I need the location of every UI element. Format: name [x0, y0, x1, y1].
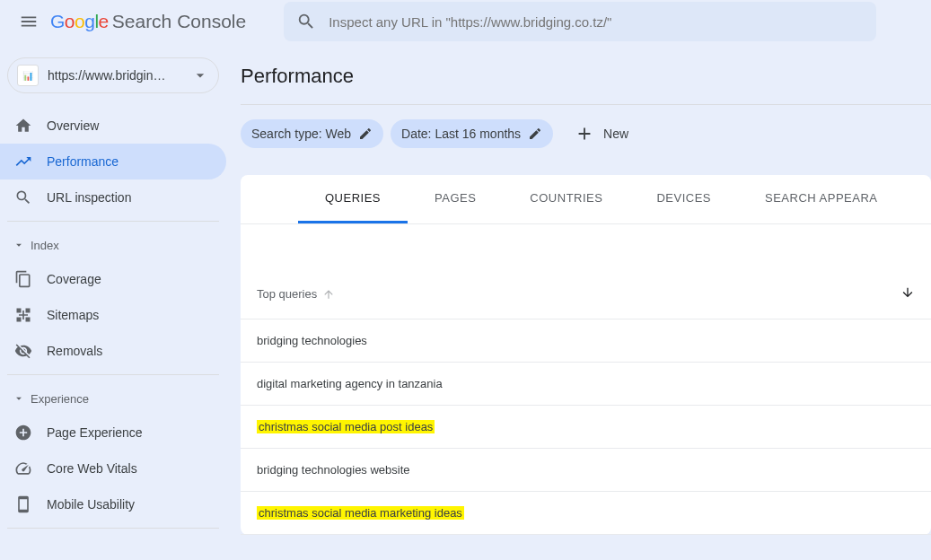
- main-content: Performance Search type: Web Date: Last …: [233, 43, 931, 535]
- nav-label: Core Web Vitals: [47, 461, 137, 476]
- chevron-down-icon: [191, 66, 209, 84]
- search-icon: [296, 12, 316, 31]
- nav-overview[interactable]: Overview: [0, 108, 226, 144]
- triangle-down-icon: [13, 239, 25, 251]
- nav-label: Performance: [47, 154, 119, 169]
- tab-pages[interactable]: PAGES: [408, 175, 503, 223]
- query-text: bridging technologies website: [257, 463, 410, 477]
- chip-label: Date: Last 16 months: [401, 127, 521, 141]
- nav-performance[interactable]: Performance: [0, 144, 226, 179]
- table-row[interactable]: christmas social media marketing ideas: [241, 492, 931, 535]
- tab-bar: QUERIES PAGES COUNTRIES DEVICES SEARCH A…: [241, 175, 931, 224]
- property-url: https://www.bridgin…: [48, 68, 191, 83]
- nav-label: Overview: [47, 118, 99, 133]
- query-text: bridging technologies: [257, 334, 367, 347]
- tab-countries[interactable]: COUNTRIES: [503, 175, 629, 223]
- table-row[interactable]: bridging technologies: [241, 319, 931, 363]
- home-icon: [14, 117, 32, 135]
- nav-label: Coverage: [47, 272, 101, 286]
- google-logo: Google: [50, 11, 109, 32]
- arrow-up-icon: [322, 288, 335, 301]
- menu-button[interactable]: [7, 0, 50, 43]
- nav-sitemaps[interactable]: Sitemaps: [0, 297, 226, 333]
- trend-icon: [14, 153, 32, 171]
- phone-icon: [14, 495, 32, 513]
- edit-icon: [358, 127, 373, 141]
- filter-date[interactable]: Date: Last 16 months: [391, 119, 553, 148]
- section-index[interactable]: Index: [0, 229, 226, 261]
- circle-plus-icon: [14, 424, 32, 442]
- nav-removals[interactable]: Removals: [0, 333, 226, 369]
- edit-icon: [528, 127, 542, 141]
- nav-label: Sitemaps: [47, 308, 99, 322]
- nav-mobile-usability[interactable]: Mobile Usability: [0, 486, 226, 522]
- nav-label: Removals: [47, 344, 102, 358]
- tab-devices[interactable]: DEVICES: [629, 175, 738, 223]
- nav-label: URL inspection: [47, 190, 131, 205]
- visibility-off-icon: [14, 342, 32, 360]
- section-label: Experience: [31, 392, 89, 406]
- arrow-down-icon: [900, 285, 915, 300]
- plus-icon: [575, 124, 594, 144]
- col-top-queries: Top queries: [257, 287, 317, 301]
- hamburger-icon: [19, 12, 39, 31]
- section-label: Index: [31, 239, 59, 252]
- nav-label: Page Experience: [47, 425, 143, 440]
- nav-core-web-vitals[interactable]: Core Web Vitals: [0, 451, 226, 486]
- section-experience[interactable]: Experience: [0, 382, 226, 415]
- table-row[interactable]: christmas social media post ideas: [241, 406, 931, 449]
- table-row[interactable]: digital marketing agency in tanzania: [241, 363, 931, 406]
- add-label: New: [603, 127, 628, 141]
- url-search-box[interactable]: [284, 2, 876, 41]
- nav-label: Mobile Usability: [47, 497, 135, 512]
- add-filter-button[interactable]: New: [575, 124, 628, 144]
- chip-label: Search type: Web: [251, 127, 351, 141]
- property-favicon: 📊: [17, 65, 39, 86]
- sitemap-icon: [14, 306, 32, 324]
- filter-search-type[interactable]: Search type: Web: [241, 119, 383, 148]
- sidebar: 📊 https://www.bridgin… Overview Performa…: [0, 43, 233, 535]
- query-card: QUERIES PAGES COUNTRIES DEVICES SEARCH A…: [241, 175, 931, 535]
- tab-queries[interactable]: QUERIES: [298, 175, 408, 223]
- nav-coverage[interactable]: Coverage: [0, 261, 226, 297]
- query-text: christmas social media marketing ideas: [257, 506, 464, 520]
- nav-page-experience[interactable]: Page Experience: [0, 415, 226, 451]
- triangle-down-icon: [13, 392, 25, 405]
- logo: Google Search Console: [50, 11, 246, 32]
- speed-icon: [14, 459, 32, 477]
- product-name: Search Console: [112, 11, 246, 32]
- search-icon: [14, 188, 32, 206]
- query-text: christmas social media post ideas: [257, 420, 435, 433]
- search-input[interactable]: [329, 14, 864, 30]
- table-header[interactable]: Top queries: [241, 269, 931, 319]
- nav-url-inspection[interactable]: URL inspection: [0, 179, 226, 215]
- query-text: digital marketing agency in tanzania: [257, 377, 443, 390]
- table-row[interactable]: bridging technologies website: [241, 449, 931, 492]
- file-icon: [14, 270, 32, 288]
- property-selector[interactable]: 📊 https://www.bridgin…: [7, 57, 219, 93]
- page-title: Performance: [241, 65, 931, 88]
- tab-search-appearance[interactable]: SEARCH APPEARA: [738, 175, 905, 223]
